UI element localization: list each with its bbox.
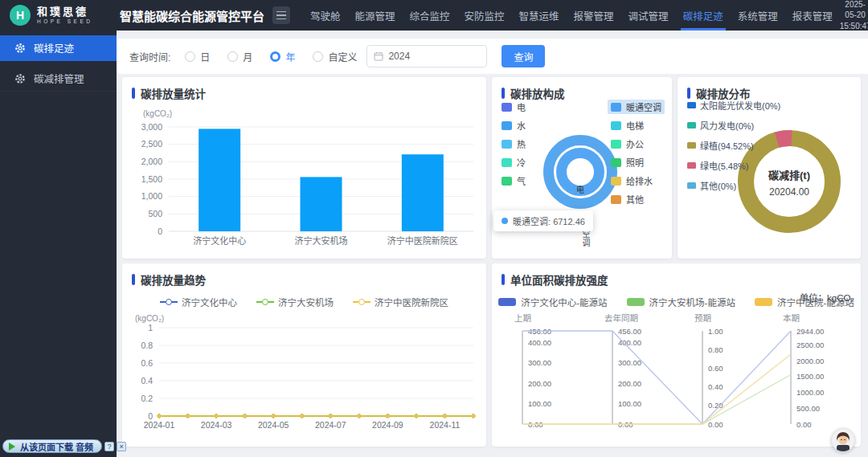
download-audio-button[interactable]: 从该页面下载 音频 xyxy=(2,439,102,453)
parallel-coordinates-chart[interactable]: 上期456.00400.00300.00200.00100.000.00去年同期… xyxy=(495,312,854,447)
download-audio-bar: 从该页面下载 音频 ? × xyxy=(2,439,126,453)
panel-emission-composition: 碳排放构成 电水热冷气 暖通空调电梯办公照明给排水其他 电 暖通空调 暖通空调:… xyxy=(492,77,672,259)
svg-text:300.00: 300.00 xyxy=(528,358,551,367)
nav-item-3[interactable]: 安防监控 xyxy=(457,0,512,31)
legend-item[interactable]: 照明 xyxy=(608,155,665,169)
query-time-label: 查询时间: xyxy=(129,50,170,63)
svg-text:济宁大安机场: 济宁大安机场 xyxy=(295,235,348,246)
svg-text:200.00: 200.00 xyxy=(618,379,641,388)
legend-item[interactable]: 其他 xyxy=(608,192,665,206)
svg-text:上期: 上期 xyxy=(514,313,531,323)
panel-emission-distribution: 碳排放分布 太阳能光伏发电(0%)风力发电(0%)绿植(94.52%)绿电(5.… xyxy=(678,77,861,259)
gear-icon xyxy=(14,73,26,84)
legend-item[interactable]: 济宁中医院新院区 xyxy=(353,296,448,308)
svg-text:2,500: 2,500 xyxy=(141,139,162,149)
tooltip-series-dot xyxy=(502,218,508,224)
legend-item[interactable]: 济宁大安机场 xyxy=(256,296,334,308)
calendar-icon xyxy=(374,51,383,61)
play-icon xyxy=(9,443,15,451)
main-content: 查询时间: 日月年自定义 2024 查询 碳排放量统计 (kgCO₂)05001… xyxy=(117,31,868,457)
sidebar-item-1[interactable]: 碳减排管理 xyxy=(0,66,117,92)
panel-intensity: 单位面积碳排放强度 济宁文化中心-能源站济宁大安机场-能源站济宁中医院-能源站单… xyxy=(492,263,861,447)
download-close-button[interactable]: × xyxy=(117,442,126,451)
query-bar: 查询时间: 日月年自定义 2024 查询 xyxy=(117,39,868,74)
gear-icon xyxy=(14,43,26,54)
svg-text:2,000: 2,000 xyxy=(141,157,162,166)
svg-text:去年同期: 去年同期 xyxy=(604,313,638,323)
svg-text:2944.00: 2944.00 xyxy=(796,327,824,336)
legend-item[interactable]: 济宁文化中心-能源站 xyxy=(498,296,607,308)
svg-text:1500.00: 1500.00 xyxy=(796,372,824,381)
datetime-display: 2025-05-20 15:50:47 xyxy=(840,0,868,31)
sidebar-item-0[interactable]: 碳排足迹 xyxy=(0,35,117,61)
date-input[interactable]: 2024 xyxy=(366,45,487,67)
svg-text:100.00: 100.00 xyxy=(618,399,641,408)
legend-item[interactable]: 气 xyxy=(498,173,529,188)
nav-item-1[interactable]: 能源管理 xyxy=(348,0,403,31)
svg-text:500.00: 500.00 xyxy=(796,404,820,413)
panel-title: 碳排放量趋势 xyxy=(141,271,206,288)
brand-name-cn: 和璞思德 xyxy=(37,6,92,18)
nav-item-4[interactable]: 智慧运维 xyxy=(512,0,567,31)
assistant-avatar[interactable] xyxy=(831,428,855,452)
radio-option-0[interactable]: 日 xyxy=(185,50,210,63)
svg-text:456.00: 456.00 xyxy=(618,327,641,336)
search-button[interactable]: 查询 xyxy=(502,45,545,67)
nav-item-9[interactable]: 报表管理 xyxy=(785,0,840,31)
time-granularity-radios: 日月年自定义 xyxy=(185,50,357,63)
legend-item[interactable]: 绿植(94.52%) xyxy=(684,138,784,153)
nav-item-0[interactable]: 驾驶舱 xyxy=(303,0,348,31)
logo: H 和璞思德 HOPE SEED xyxy=(0,5,117,26)
legend-item[interactable]: 水 xyxy=(498,118,529,133)
chart-tooltip: 暖通空调: 6712.46 xyxy=(493,210,593,231)
svg-text:电: 电 xyxy=(576,185,584,194)
bar-chart[interactable]: (kgCO₂)05001,0001,5002,0002,5003,000济宁文化… xyxy=(122,106,486,257)
legend-item[interactable]: 风力发电(0%) xyxy=(684,118,784,133)
distribution-legend: 太阳能光伏发电(0%)风力发电(0%)绿植(94.52%)绿电(5.48%)其他… xyxy=(684,98,784,193)
radio-option-1[interactable]: 月 xyxy=(227,50,252,63)
legend-item[interactable]: 济宁文化中心 xyxy=(160,296,237,308)
svg-text:本期: 本期 xyxy=(783,313,800,323)
page-title: 智慧能碳综合能源管控平台 xyxy=(120,7,264,24)
menu-toggle-icon[interactable] xyxy=(272,6,290,24)
download-help-button[interactable]: ? xyxy=(104,442,114,451)
legend-item[interactable]: 热 xyxy=(498,137,529,151)
radio-icon xyxy=(270,51,280,62)
legend-item[interactable]: 电梯 xyxy=(608,118,665,133)
legend-item[interactable]: 济宁大安机场-能源站 xyxy=(627,296,735,308)
svg-text:2024-05: 2024-05 xyxy=(258,420,289,430)
nav-item-6[interactable]: 调试管理 xyxy=(621,0,676,31)
legend-item[interactable]: 给排水 xyxy=(608,173,665,188)
radio-option-2[interactable]: 年 xyxy=(270,50,295,63)
svg-text:3,000: 3,000 xyxy=(141,122,162,132)
svg-text:0.80: 0.80 xyxy=(708,345,723,354)
panel-emission-stats: 碳排放量统计 (kgCO₂)05001,0001,5002,0002,5003,… xyxy=(122,77,486,259)
trend-line-chart[interactable]: (kgCO₂)00.20.40.60.812024-012024-032024-… xyxy=(122,312,486,445)
composition-legend-left: 电水热冷气 xyxy=(498,100,529,188)
radio-icon xyxy=(313,51,323,62)
svg-text:2024-11: 2024-11 xyxy=(430,420,461,430)
legend-item[interactable]: 其他(0%) xyxy=(684,178,784,193)
nav-item-8[interactable]: 系统管理 xyxy=(731,0,785,31)
svg-text:2024-01: 2024-01 xyxy=(144,420,175,430)
legend-item[interactable]: 绿电(5.48%) xyxy=(684,158,784,173)
composition-legend-right: 暖通空调电梯办公照明给排水其他 xyxy=(608,100,665,206)
title-marker xyxy=(132,88,135,99)
svg-text:0.8: 0.8 xyxy=(141,341,153,350)
nav-item-7[interactable]: 碳排足迹 xyxy=(676,0,731,31)
legend-item[interactable]: 电 xyxy=(498,100,529,114)
svg-text:2024-09: 2024-09 xyxy=(372,420,403,430)
svg-text:0.4: 0.4 xyxy=(141,376,153,386)
legend-item[interactable]: 办公 xyxy=(608,137,665,151)
nav-item-5[interactable]: 报警管理 xyxy=(567,0,621,31)
legend-item[interactable]: 暖通空调 xyxy=(608,100,665,114)
svg-text:1: 1 xyxy=(148,323,153,333)
svg-text:济宁中医院新院区: 济宁中医院新院区 xyxy=(387,235,458,246)
svg-text:100.00: 100.00 xyxy=(528,399,551,408)
radio-option-3[interactable]: 自定义 xyxy=(313,50,357,63)
svg-text:0.40: 0.40 xyxy=(708,382,723,391)
nav-item-2[interactable]: 综合监控 xyxy=(403,0,457,31)
legend-item[interactable]: 冷 xyxy=(498,155,529,169)
svg-text:1.00: 1.00 xyxy=(708,327,723,336)
legend-item[interactable]: 太阳能光伏发电(0%) xyxy=(684,98,784,112)
